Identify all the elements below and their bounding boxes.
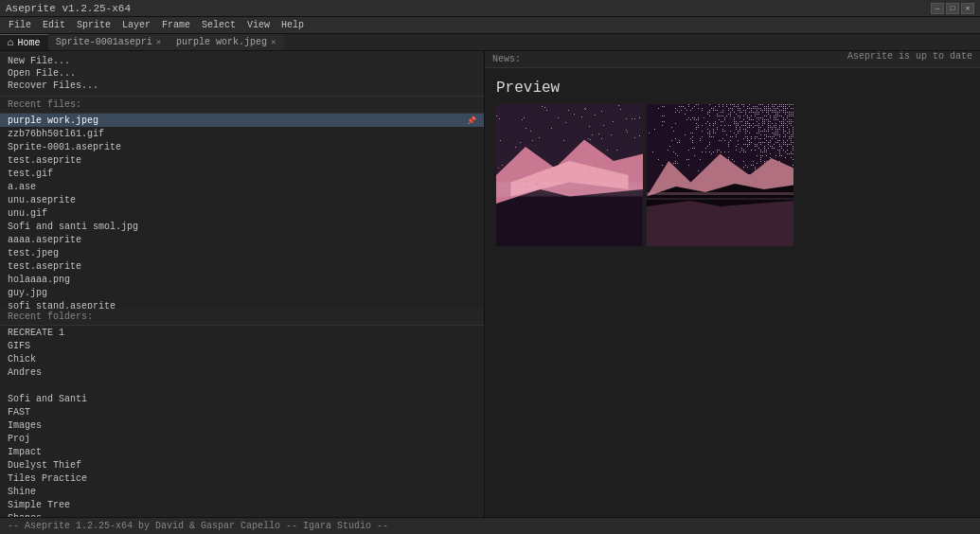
file-name: unu.aseprite: [8, 195, 76, 205]
quick-action-recover-files-[interactable]: Recover Files...: [8, 80, 476, 92]
file-item[interactable]: test.aseprite: [0, 259, 484, 273]
recent-files-label: Recent files:: [0, 97, 484, 114]
file-item[interactable]: aaaa.aseprite: [0, 233, 484, 246]
folder-item[interactable]: Duelyst Thief: [0, 458, 484, 472]
menu-bar: FileEditSpriteLayerFrameSelectViewHelp: [0, 17, 980, 34]
file-name: test.aseprite: [8, 155, 81, 166]
menu-item-help[interactable]: Help: [276, 19, 309, 31]
file-item[interactable]: guy.jpg: [0, 286, 484, 299]
title-text: Aseprite v1.2.25-x64: [6, 3, 131, 14]
main-area: New File...Open File...Recover Files... …: [0, 51, 980, 517]
recent-folders-label: Recent folders:: [0, 309, 484, 326]
folder-item[interactable]: Shapes: [0, 511, 484, 517]
preview-title: Preview: [496, 80, 560, 97]
file-name: test.aseprite: [8, 261, 81, 272]
title-bar: Aseprite v1.2.25-x64 — □ ✕: [0, 0, 980, 17]
quick-action-new-file-[interactable]: New File...: [8, 55, 476, 67]
tab-label: purple work.jpeg: [176, 37, 267, 47]
file-item[interactable]: Sprite-0001.aseprite: [0, 140, 484, 153]
folder-item[interactable]: Shine: [0, 485, 484, 498]
tab-close-sprite[interactable]: ✕: [156, 37, 161, 47]
menu-item-frame[interactable]: Frame: [157, 19, 195, 31]
folder-item[interactable]: FAST: [0, 405, 484, 418]
tab-close-purple[interactable]: ✕: [271, 37, 276, 47]
folder-item[interactable]: GIFS: [0, 339, 484, 352]
menu-item-layer[interactable]: Layer: [117, 19, 155, 31]
folder-item[interactable]: Proj: [0, 432, 484, 445]
menu-item-view[interactable]: View: [242, 19, 275, 31]
preview-area: Preview: [485, 68, 980, 258]
close-button[interactable]: ✕: [961, 3, 974, 14]
update-status: Aseprite is up to date: [847, 51, 972, 62]
right-panel: News: Preview: [485, 51, 980, 517]
folder-item[interactable]: Images: [0, 418, 484, 432]
folder-item[interactable]: Impact: [0, 445, 484, 458]
folder-item[interactable]: Andres: [0, 365, 484, 379]
folder-item: [0, 379, 484, 392]
folder-item[interactable]: RECREATE 1: [0, 326, 484, 339]
file-name: zzb76bh50tl61.gif: [8, 129, 104, 139]
folder-item[interactable]: Simple Tree: [0, 498, 484, 511]
file-item[interactable]: holaaaa.png: [0, 273, 484, 286]
title-controls[interactable]: — □ ✕: [931, 3, 974, 14]
preview-images: [496, 104, 793, 246]
file-name: Sprite-0001.aseprite: [8, 142, 121, 152]
minimize-button[interactable]: —: [931, 3, 944, 14]
recent-folders-section: Recent folders: RECREATE 1GIFSChickAndre…: [0, 309, 484, 517]
file-item[interactable]: purple work.jpeg📌: [0, 114, 484, 127]
file-item[interactable]: test.aseprite: [0, 153, 484, 167]
tab-home[interactable]: ⌂ Home: [0, 34, 48, 50]
file-item[interactable]: a.ase: [0, 180, 484, 193]
tab-purple[interactable]: purple work.jpeg ✕: [169, 34, 283, 50]
quick-actions: New File...Open File...Recover Files...: [0, 51, 484, 97]
maximize-button[interactable]: □: [946, 3, 959, 14]
tab-label: Sprite-0001asepri: [56, 37, 152, 47]
recent-files-section: Recent files: purple work.jpeg📌zzb76bh50…: [0, 97, 484, 309]
file-name: Sofi and santi smol.jpg: [8, 222, 138, 232]
folder-list[interactable]: RECREATE 1GIFSChickAndresSofi and SantiF…: [0, 326, 484, 517]
file-item[interactable]: test.gif: [0, 167, 484, 180]
file-list[interactable]: purple work.jpeg📌zzb76bh50tl61.gifSprite…: [0, 114, 484, 309]
file-item[interactable]: unu.aseprite: [0, 193, 484, 206]
status-text: -- Aseprite 1.2.25-x64 by David & Gaspar…: [8, 521, 388, 531]
file-item[interactable]: zzb76bh50tl61.gif: [0, 127, 484, 140]
file-name: purple work.jpeg: [8, 116, 98, 126]
file-name: test.gif: [8, 169, 53, 179]
file-name: sofi stand.aseprite: [8, 301, 116, 310]
status-bar: -- Aseprite 1.2.25-x64 by David & Gaspar…: [0, 517, 980, 534]
tab-label: Home: [18, 38, 41, 48]
tab-bar: ⌂ HomeSprite-0001asepri ✕purple work.jpe…: [0, 34, 980, 51]
folder-item[interactable]: Sofi and Santi: [0, 392, 484, 405]
menu-item-file[interactable]: File: [4, 19, 36, 31]
file-item[interactable]: Sofi and santi smol.jpg: [0, 220, 484, 233]
file-item[interactable]: test.jpeg: [0, 246, 484, 259]
home-icon: ⌂: [8, 37, 14, 48]
file-pin-icon: 📌: [467, 116, 476, 125]
preview-image-1: [496, 104, 643, 246]
file-item[interactable]: unu.gif: [0, 206, 484, 220]
quick-action-open-file-[interactable]: Open File...: [8, 67, 476, 80]
folder-item[interactable]: Tiles Practice: [0, 472, 484, 485]
file-name: guy.jpg: [8, 288, 47, 298]
file-item[interactable]: sofi stand.aseprite: [0, 299, 484, 309]
preview-image-2: [647, 104, 793, 246]
menu-item-edit[interactable]: Edit: [38, 19, 70, 31]
file-name: a.ase: [8, 182, 36, 192]
file-name: test.jpeg: [8, 248, 59, 258]
menu-item-select[interactable]: Select: [197, 19, 241, 31]
left-panel: New File...Open File...Recover Files... …: [0, 51, 485, 517]
menu-item-sprite[interactable]: Sprite: [72, 19, 116, 31]
folder-item[interactable]: Chick: [0, 352, 484, 365]
file-name: holaaaa.png: [8, 275, 70, 285]
file-name: unu.gif: [8, 208, 47, 219]
tab-sprite[interactable]: Sprite-0001asepri ✕: [48, 34, 169, 50]
file-name: aaaa.aseprite: [8, 235, 81, 245]
